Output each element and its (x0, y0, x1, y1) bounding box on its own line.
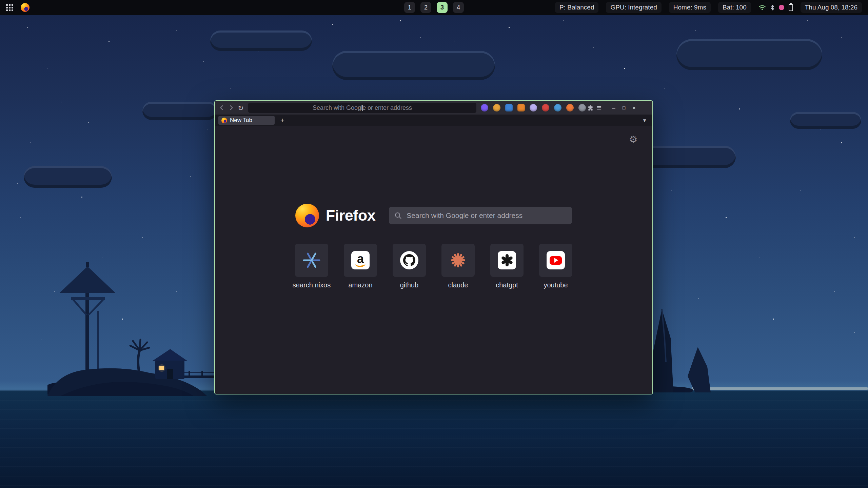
newtab-settings-gear-icon[interactable]: ⚙ (629, 135, 637, 144)
shortcut-tile: a (344, 244, 377, 277)
reload-button[interactable]: ↻ (236, 103, 245, 113)
tab-new-tab[interactable]: New Tab (218, 116, 275, 125)
workspace-2[interactable]: 2 (420, 2, 431, 13)
back-button[interactable] (217, 103, 226, 113)
newtab-search-bar[interactable] (389, 207, 572, 224)
power-profile-status: P: Balanced (555, 2, 598, 13)
menu-hamburger-icon[interactable]: ≡ (595, 103, 604, 112)
status-bar-right: P: Balanced GPU: Integrated Home: 9ms Ba… (555, 2, 862, 13)
firefox-dock-icon[interactable] (21, 3, 29, 12)
extension-icon-2[interactable] (493, 104, 500, 111)
minimize-button[interactable]: – (609, 103, 618, 113)
workspace-switcher: 1 2 3 4 (404, 2, 464, 13)
shortcut-label: chatgpt (496, 281, 518, 289)
extension-icon-4[interactable] (517, 104, 525, 111)
extension-icon-6[interactable] (542, 104, 549, 111)
youtube-play-icon (547, 251, 565, 269)
shortcut-label: amazon (348, 281, 372, 289)
amazon-icon: a (351, 251, 370, 269)
shortcut-claude[interactable]: claude (441, 244, 475, 289)
wallpaper-sea (0, 390, 868, 488)
firefox-window: ↻ ≡ – □ × New Tab (214, 100, 653, 394)
wallpaper-cloud (676, 39, 822, 70)
shortcut-tile (539, 244, 572, 277)
chatgpt-openai-icon (498, 251, 516, 269)
shortcut-chatgpt[interactable]: chatgpt (490, 244, 524, 289)
browser-toolbar: ↻ ≡ – □ × (215, 101, 652, 115)
wallpaper-cloud (332, 51, 495, 80)
wallpaper-cloud (641, 146, 736, 168)
extension-icon-7[interactable] (554, 104, 561, 111)
extension-icon-9[interactable] (578, 104, 586, 111)
shortcut-label: search.nixos (293, 281, 331, 289)
url-bar[interactable] (248, 103, 476, 113)
new-tab-page: ⚙ Firefox (215, 126, 652, 394)
extension-icon-1[interactable] (481, 104, 488, 111)
shortcut-youtube[interactable]: youtube (539, 244, 572, 289)
shortcut-label: youtube (544, 281, 568, 289)
newtab-search-input[interactable] (406, 211, 567, 220)
newtab-hero: Firefox (215, 204, 652, 227)
shortcut-amazon[interactable]: a amazon (344, 244, 377, 289)
shortcut-tile (295, 244, 328, 277)
window-controls: – □ × (609, 103, 639, 113)
shortcut-tile (490, 244, 524, 277)
bluetooth-icon[interactable] (770, 5, 774, 11)
tab-title: New Tab (230, 117, 252, 124)
status-bar-left (6, 3, 29, 12)
text-caret (362, 105, 363, 111)
tab-strip: New Tab + ▾ (215, 115, 652, 126)
extensions-puzzle-icon[interactable] (586, 103, 595, 112)
workspace-1[interactable]: 1 (404, 2, 415, 13)
wallpaper-rocks (644, 287, 732, 392)
extension-icon-5[interactable] (530, 104, 537, 111)
wifi-icon[interactable] (758, 4, 766, 11)
shortcut-tile (393, 244, 426, 277)
maximize-button[interactable]: □ (619, 103, 629, 113)
wallpaper-cloud (210, 30, 312, 51)
new-tab-button[interactable]: + (278, 116, 287, 125)
app-launcher-icon[interactable] (6, 4, 13, 11)
wallpaper-cloud (142, 102, 217, 120)
shortcut-label: github (400, 281, 419, 289)
workspace-4[interactable]: 4 (453, 2, 464, 13)
wallpaper-cloud (790, 112, 861, 129)
network-latency-status: Home: 9ms (669, 2, 711, 13)
forward-button[interactable] (226, 103, 236, 113)
nixos-snowflake-icon (302, 251, 321, 269)
gpu-status: GPU: Integrated (606, 2, 661, 13)
workspace-3-active[interactable]: 3 (437, 2, 448, 13)
shortcut-github[interactable]: github (393, 244, 426, 289)
search-icon (394, 212, 402, 219)
tray-icon-magenta[interactable] (779, 5, 784, 10)
tab-favicon-firefox (221, 118, 227, 123)
shortcut-search-nixos[interactable]: search.nixos (295, 244, 328, 289)
system-tray (758, 4, 793, 11)
extension-icon-8[interactable] (566, 104, 574, 111)
firefox-logo (295, 204, 319, 227)
shortcut-tile (441, 244, 475, 277)
clock: Thu Aug 08, 18:26 (801, 2, 862, 13)
extension-icons (481, 104, 586, 111)
wallpaper-cloud (24, 166, 112, 188)
github-octocat-icon (400, 251, 418, 269)
claude-starburst-icon (449, 251, 467, 269)
list-all-tabs-chevron-icon[interactable]: ▾ (640, 117, 649, 124)
shortcut-tiles: search.nixos a amazon (215, 244, 652, 289)
shortcut-label: claude (448, 281, 468, 289)
extension-icon-3[interactable] (505, 104, 513, 111)
close-button[interactable]: × (629, 103, 639, 113)
status-bar: 1 2 3 4 P: Balanced GPU: Integrated Home… (0, 0, 868, 15)
battery-status: Bat: 100 (718, 2, 751, 13)
firefox-wordmark: Firefox (326, 207, 376, 224)
battery-icon[interactable] (789, 4, 793, 11)
